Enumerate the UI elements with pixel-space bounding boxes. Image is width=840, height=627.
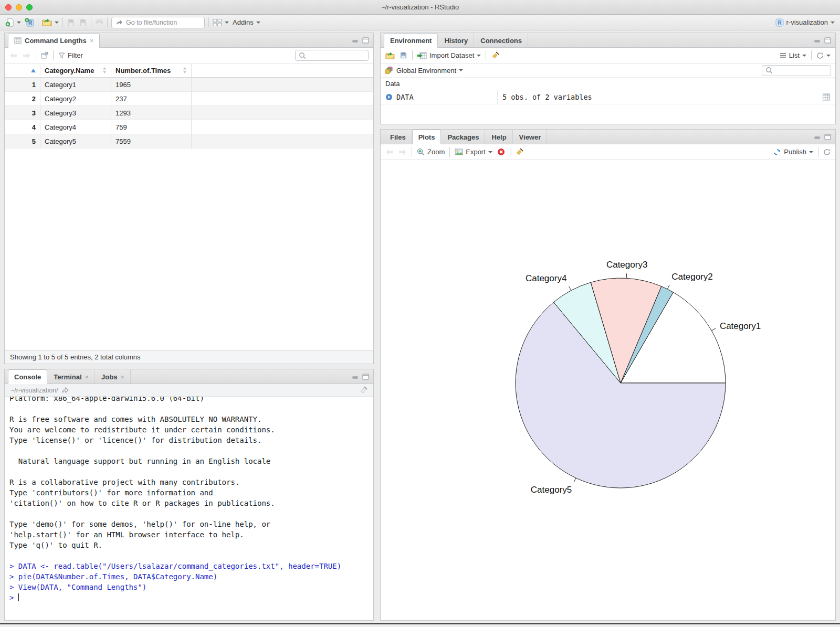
minimize-pane-icon[interactable] bbox=[814, 37, 821, 44]
remove-plot-icon[interactable] bbox=[497, 148, 505, 156]
close-tab-icon[interactable]: × bbox=[90, 37, 94, 44]
tab-label: History bbox=[444, 37, 468, 45]
data-grid-icon bbox=[14, 37, 22, 44]
tab-viewer[interactable]: Viewer bbox=[513, 130, 548, 144]
scope-label: Global Environment bbox=[396, 67, 456, 75]
zoom-plot-button[interactable]: Zoom bbox=[417, 148, 445, 156]
close-tab-icon[interactable]: × bbox=[85, 374, 89, 380]
tab-files[interactable]: Files bbox=[384, 130, 412, 144]
environment-scope-selector[interactable]: Global Environment bbox=[396, 67, 463, 75]
table-row: 3Category31293 bbox=[5, 106, 373, 120]
column-header-number-of-times[interactable]: Number.of.Times bbox=[111, 63, 192, 77]
maximize-pane-icon[interactable] bbox=[362, 374, 369, 380]
console-output-line bbox=[9, 445, 369, 456]
column-header-category-name[interactable]: Category.Name bbox=[40, 63, 111, 77]
clear-environment-broom-icon[interactable] bbox=[491, 51, 499, 60]
previous-plot-icon[interactable] bbox=[385, 149, 394, 155]
print-button[interactable] bbox=[95, 18, 103, 26]
tab-connections[interactable]: Connections bbox=[474, 33, 528, 47]
back-icon[interactable] bbox=[9, 52, 18, 59]
table-row: 5Category57559 bbox=[5, 134, 373, 148]
table-cell: 7559 bbox=[111, 134, 192, 148]
environment-search-input[interactable] bbox=[775, 67, 827, 74]
environment-layers-icon bbox=[385, 67, 393, 75]
next-plot-icon[interactable] bbox=[398, 149, 407, 155]
maximize-pane-icon[interactable] bbox=[824, 37, 831, 44]
save-all-button[interactable] bbox=[79, 18, 87, 27]
minimize-pane-icon[interactable] bbox=[814, 134, 821, 140]
console-tab-bar: Console Terminal × Jobs × bbox=[5, 369, 373, 384]
expand-object-icon[interactable] bbox=[385, 93, 393, 101]
minimize-window-button[interactable] bbox=[16, 4, 22, 10]
tab-label: Command Lengths bbox=[25, 37, 87, 45]
minimize-pane-icon[interactable] bbox=[352, 374, 359, 380]
tab-environment[interactable]: Environment bbox=[384, 33, 438, 48]
close-tab-icon[interactable]: × bbox=[120, 374, 124, 380]
view-data-grid-icon[interactable] bbox=[822, 93, 831, 101]
tab-command-lengths[interactable]: Command Lengths × bbox=[8, 33, 100, 48]
close-window-button[interactable] bbox=[5, 4, 12, 10]
maximize-pane-icon[interactable] bbox=[362, 37, 369, 44]
chevron-down-icon bbox=[17, 22, 21, 24]
pie-label-tick bbox=[569, 286, 571, 291]
chevron-down-icon bbox=[256, 22, 260, 24]
environment-pane: Environment History Connections Import D… bbox=[380, 33, 836, 124]
list-view-button[interactable]: List bbox=[780, 51, 806, 59]
refresh-environment-button[interactable] bbox=[816, 52, 831, 59]
goto-arrow-icon bbox=[116, 19, 123, 26]
save-button[interactable] bbox=[67, 18, 75, 27]
clear-all-plots-broom-icon[interactable] bbox=[515, 148, 523, 156]
goto-file-function-input[interactable] bbox=[126, 19, 201, 26]
maximize-pane-icon[interactable] bbox=[824, 134, 831, 140]
load-workspace-folder-icon[interactable] bbox=[385, 52, 395, 59]
export-plot-button[interactable]: Export bbox=[455, 148, 492, 156]
zoom-window-button[interactable] bbox=[26, 4, 33, 10]
console-output[interactable]: Platform: x86_64-apple-darwin15.6.0 (64-… bbox=[5, 397, 373, 620]
console-working-dir-bar: ~/r-visualization/ bbox=[5, 384, 373, 397]
forward-icon[interactable] bbox=[23, 52, 31, 59]
tab-console[interactable]: Console bbox=[8, 369, 47, 384]
tab-terminal[interactable]: Terminal × bbox=[47, 369, 95, 384]
environment-search-box[interactable] bbox=[762, 65, 831, 76]
import-dataset-button[interactable]: Import Dataset bbox=[417, 51, 481, 59]
console-input-line: > pie(DATA$Number.of.Times, DATA$Categor… bbox=[9, 571, 369, 582]
viewer-search-input[interactable] bbox=[309, 52, 365, 59]
tab-history[interactable]: History bbox=[438, 33, 474, 47]
pane-layout-button[interactable] bbox=[213, 18, 229, 27]
tab-label: Plots bbox=[418, 133, 435, 141]
goto-directory-icon[interactable] bbox=[62, 387, 69, 393]
console-input-line: > View(DATA, "Command Lengths") bbox=[9, 582, 369, 592]
open-in-new-window-icon[interactable] bbox=[41, 52, 48, 59]
new-project-button[interactable]: R bbox=[25, 18, 34, 27]
publish-plot-button[interactable]: Publish bbox=[773, 148, 813, 156]
refresh-plot-icon[interactable] bbox=[823, 148, 831, 156]
console-output-line bbox=[9, 403, 369, 414]
pie-label-tick bbox=[574, 478, 576, 482]
open-file-button[interactable] bbox=[42, 18, 59, 26]
minimize-pane-icon[interactable] bbox=[352, 37, 359, 44]
save-workspace-icon[interactable] bbox=[400, 51, 407, 59]
clear-console-broom-icon[interactable] bbox=[359, 386, 368, 395]
console-output-line: 'citation()' on how to cite R or R packa… bbox=[9, 498, 369, 508]
row-number-header[interactable] bbox=[5, 63, 40, 77]
tab-jobs[interactable]: Jobs × bbox=[95, 369, 131, 384]
tab-packages[interactable]: Packages bbox=[441, 130, 485, 144]
tab-help[interactable]: Help bbox=[485, 130, 512, 144]
goto-file-function-box[interactable] bbox=[111, 17, 205, 28]
filter-button[interactable]: Filter bbox=[58, 51, 83, 59]
plots-toolbar: Zoom Export Publish bbox=[381, 144, 835, 160]
table-cell: 4 bbox=[5, 120, 40, 134]
environment-object-row[interactable]: DATA 5 obs. of 2 variables bbox=[381, 90, 835, 104]
pie-label-tick bbox=[667, 285, 669, 289]
save-all-icon bbox=[79, 18, 87, 27]
viewer-search-box[interactable] bbox=[295, 50, 369, 61]
new-file-button[interactable] bbox=[5, 18, 21, 27]
viewer-tab-bar: Command Lengths × bbox=[5, 33, 373, 48]
console-input-line: > DATA <- read.table("/Users/lsalazar/co… bbox=[9, 561, 369, 571]
console-output-line: R is a collaborative project with many c… bbox=[9, 477, 369, 487]
tab-plots[interactable]: Plots bbox=[412, 130, 442, 144]
table-cell: Category1 bbox=[40, 78, 111, 91]
project-selector[interactable]: R r-visualization bbox=[775, 18, 835, 27]
addins-button[interactable]: Addins bbox=[233, 18, 260, 26]
chevron-down-icon bbox=[802, 55, 806, 57]
